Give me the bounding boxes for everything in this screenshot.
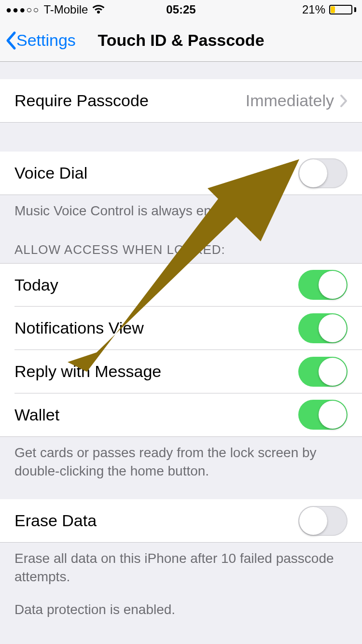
back-button[interactable]: Settings <box>0 31 76 50</box>
back-label: Settings <box>16 31 76 50</box>
require-passcode-label: Require Passcode <box>14 91 246 110</box>
erase-data-footer-2: Data protection is enabled. <box>0 591 362 624</box>
nav-bar: Settings Touch ID & Passcode <box>0 19 362 62</box>
allow-access-notifications-cell: Notifications View <box>0 307 362 350</box>
allow-access-item-label: Reply with Message <box>14 362 298 381</box>
erase-data-label: Erase Data <box>14 511 298 530</box>
allow-access-item-label: Today <box>14 276 298 294</box>
today-toggle[interactable] <box>298 270 348 300</box>
require-passcode-cell[interactable]: Require Passcode Immediately <box>0 79 362 123</box>
notifications-view-toggle[interactable] <box>298 313 348 343</box>
allow-access-item-label: Notifications View <box>14 319 298 337</box>
erase-data-footer-1: Erase all data on this iPhone after 10 f… <box>0 543 362 591</box>
erase-data-toggle[interactable] <box>298 506 348 536</box>
voice-dial-cell: Voice Dial <box>0 152 362 195</box>
allow-access-header: ALLOW ACCESS WHEN LOCKED: <box>0 225 362 263</box>
allow-access-wallet-cell: Wallet <box>0 393 362 437</box>
wallet-toggle[interactable] <box>298 400 348 430</box>
clock: 05:25 <box>0 3 362 16</box>
voice-dial-toggle[interactable] <box>298 158 348 188</box>
chevron-right-icon <box>340 94 348 108</box>
require-passcode-value: Immediately <box>246 91 334 110</box>
voice-dial-footer: Music Voice Control is always enabled. <box>0 195 362 225</box>
allow-access-item-label: Wallet <box>14 406 298 424</box>
allow-access-reply-cell: Reply with Message <box>0 350 362 393</box>
chevron-left-icon <box>5 31 16 50</box>
allow-access-footer: Get cards or passes ready from the lock … <box>0 437 362 485</box>
status-bar: ●●●○○ T-Mobile 05:25 21% <box>0 0 362 19</box>
voice-dial-label: Voice Dial <box>14 164 298 182</box>
battery-icon <box>329 5 356 14</box>
allow-access-today-cell: Today <box>0 263 362 307</box>
reply-with-message-toggle[interactable] <box>298 357 348 387</box>
erase-data-cell: Erase Data <box>0 499 362 543</box>
